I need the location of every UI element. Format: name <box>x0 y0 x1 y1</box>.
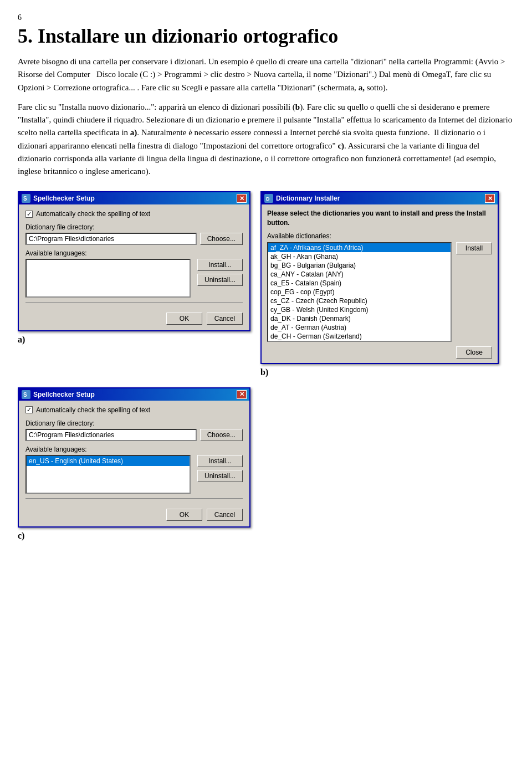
dialog-c-checkbox[interactable]: ✓ <box>25 406 33 413</box>
svg-text:D: D <box>266 196 270 202</box>
dialog-c-field-label: Dictionary file directory: <box>25 419 243 427</box>
dialog-c-ok-button[interactable]: OK <box>166 509 202 521</box>
dialog-a-field-row: C:\Program Files\dictionaries Choose... <box>25 233 243 245</box>
dialog-c-field-group: Dictionary file directory: C:\Program Fi… <box>25 419 243 441</box>
dialog-a-title: Spellchecker Setup <box>33 194 95 202</box>
dialog-a-bottom-buttons: OK Cancel <box>25 308 243 325</box>
dialog-a: S Spellchecker Setup ✕ ✓ Automatically c… <box>18 191 250 331</box>
list-item-4[interactable]: ca_E5 - Catalan (Spain) <box>268 279 451 288</box>
dialog-a-checkbox-label: Automatically check the spelling of text <box>36 210 150 218</box>
dialog-b-close-button[interactable]: Close <box>456 346 492 359</box>
dialog-c-avail-label: Available languages: <box>25 446 243 453</box>
dialog-a-avail-label: Available languages: <box>25 249 243 257</box>
dialog-c-textbox[interactable]: C:\Program Files\dictionaries <box>25 429 197 441</box>
dialog-c-choose-button[interactable]: Choose... <box>200 429 243 441</box>
dialog-c-uninstall-button[interactable]: Uninstall... <box>197 470 243 482</box>
dialog-a-field-group: Dictionary file directory: C:\Program Fi… <box>25 223 243 245</box>
dialog-b-install-button[interactable]: Install <box>456 242 492 254</box>
dialog-c-listbox[interactable]: en_US - English (United States) <box>25 455 191 494</box>
dialog-a-close-btn[interactable]: ✕ <box>237 194 247 203</box>
dialog-a-avail-group: Available languages: Install... Uninstal… <box>25 249 243 298</box>
dialog-c-close-btn[interactable]: ✕ <box>237 390 247 399</box>
dialog-b-avail-label: Available dictionaries: <box>267 232 492 240</box>
dialog-b-body: Please select the dictionaries you want … <box>262 204 498 363</box>
dialog-b-dict-list-row: af_ZA - Afrikaans (South Africa) ak_GH -… <box>267 242 492 342</box>
dialog-c-checkbox-label: Automatically check the spelling of text <box>36 406 150 414</box>
list-item-10[interactable]: de_CH - German (Switzerland) <box>268 332 451 341</box>
dialog-c-body: ✓ Automatically check the spelling of te… <box>19 401 249 526</box>
dialog-c-titlebar-left: S Spellchecker Setup <box>22 390 95 399</box>
dialog-c-bottom-buttons: OK Cancel <box>25 504 243 521</box>
dialog-c-checkbox-row: ✓ Automatically check the spelling of te… <box>25 406 243 414</box>
dialog-c-list-item[interactable]: en_US - English (United States) <box>27 456 190 466</box>
spellcheck-icon-a: S <box>22 194 30 203</box>
dialog-b-close-btn[interactable]: ✕ <box>485 194 495 203</box>
dialog-c-field-row: C:\Program Files\dictionaries Choose... <box>25 429 243 441</box>
dialog-c: S Spellchecker Setup ✕ ✓ Automatically c… <box>18 387 250 528</box>
page-number: 6 <box>18 13 514 22</box>
svg-text:S: S <box>23 196 27 202</box>
list-item-0[interactable]: af_ZA - Afrikaans (South Africa) <box>268 243 451 252</box>
list-item-9[interactable]: de_AT - German (Austria) <box>268 323 451 332</box>
list-item-3[interactable]: ca_ANY - Catalan (ANY) <box>268 270 451 279</box>
list-item-1[interactable]: ak_GH - Akan (Ghana) <box>268 252 451 261</box>
dialog-a-uninstall-button[interactable]: Uninstall... <box>197 274 243 286</box>
svg-text:S: S <box>23 392 27 398</box>
dialog-row-c: S Spellchecker Setup ✕ ✓ Automatically c… <box>18 387 514 541</box>
dialog-b-header: Please select the dictionaries you want … <box>267 209 492 228</box>
dialog-b: D Dictionnary Installer ✕ Please select … <box>260 191 499 364</box>
dialog-a-checkbox-row: ✓ Automatically check the spelling of te… <box>25 210 243 218</box>
dialog-a-ok-button[interactable]: OK <box>166 313 202 325</box>
dialog-a-list-row: Install... Uninstall... <box>25 259 243 298</box>
page-title: 5. Installare un dizionario ortografico <box>18 24 514 48</box>
dict-icon-b: D <box>264 194 273 203</box>
dialog-col-c: S Spellchecker Setup ✕ ✓ Automatically c… <box>18 387 250 541</box>
list-item-2[interactable]: bg_BG - Bulgarian (Bulgaria) <box>268 261 451 270</box>
dialog-c-separator <box>25 498 243 499</box>
dialog-a-body: ✓ Automatically check the spelling of te… <box>19 204 249 330</box>
dialog-a-cancel-button[interactable]: Cancel <box>207 313 243 325</box>
dialog-a-right-buttons: Install... Uninstall... <box>197 259 243 298</box>
dialog-c-title: Spellchecker Setup <box>33 391 95 398</box>
list-item-8[interactable]: da_DK - Danish (Denmark) <box>268 314 451 323</box>
label-c: c) <box>18 531 24 541</box>
dialog-b-install-bottom: Close <box>267 346 492 359</box>
dialog-c-titlebar: S Spellchecker Setup ✕ <box>19 388 249 401</box>
dialog-a-textbox[interactable]: C:\Program Files\dictionaries <box>25 233 197 245</box>
paragraph-2: Fare clic su "Installa nuovo dizionario.… <box>18 101 514 178</box>
list-item-7[interactable]: cy_GB - Welsh (United Kingdom) <box>268 305 451 314</box>
dialogs-row-ab: S Spellchecker Setup ✕ ✓ Automatically c… <box>18 191 514 377</box>
dialog-b-dict-listbox[interactable]: af_ZA - Afrikaans (South Africa) ak_GH -… <box>267 242 452 342</box>
dialog-c-install-button[interactable]: Install... <box>197 455 243 467</box>
dialog-c-avail-group: Available languages: en_US - English (Un… <box>25 446 243 494</box>
dialog-c-right-buttons: Install... Uninstall... <box>197 455 243 494</box>
list-item-6[interactable]: cs_CZ - Czech (Czech Republic) <box>268 296 451 305</box>
list-item-5[interactable]: cop_EG - cop (Egypt) <box>268 288 451 296</box>
label-a: a) <box>18 335 25 345</box>
dialog-b-dict-buttons: Install <box>456 242 492 254</box>
dialog-a-separator <box>25 302 243 303</box>
dialog-a-field-label: Dictionary file directory: <box>25 223 243 231</box>
dialog-b-titlebar: D Dictionnary Installer ✕ <box>262 192 498 204</box>
dialog-b-title: Dictionnary Installer <box>276 194 340 202</box>
dialog-col-a: S Spellchecker Setup ✕ ✓ Automatically c… <box>18 191 250 345</box>
dialog-col-b: D Dictionnary Installer ✕ Please select … <box>260 191 499 377</box>
dialog-a-install-button[interactable]: Install... <box>197 259 243 271</box>
paragraph-1: Avrete bisogno di una cartella per conse… <box>18 55 514 94</box>
dialog-a-checkbox[interactable]: ✓ <box>25 211 33 218</box>
spellcheck-icon-c: S <box>22 390 30 399</box>
dialog-b-titlebar-left: D Dictionnary Installer <box>264 194 340 203</box>
dialog-c-cancel-button[interactable]: Cancel <box>207 509 243 521</box>
label-b: b) <box>260 367 268 377</box>
dialog-c-list-row: en_US - English (United States) Install.… <box>25 455 243 494</box>
dialog-a-titlebar: S Spellchecker Setup ✕ <box>19 192 249 204</box>
dialog-a-listbox[interactable] <box>25 259 191 298</box>
dialog-a-titlebar-left: S Spellchecker Setup <box>22 194 95 203</box>
dialog-a-choose-button[interactable]: Choose... <box>200 233 243 245</box>
